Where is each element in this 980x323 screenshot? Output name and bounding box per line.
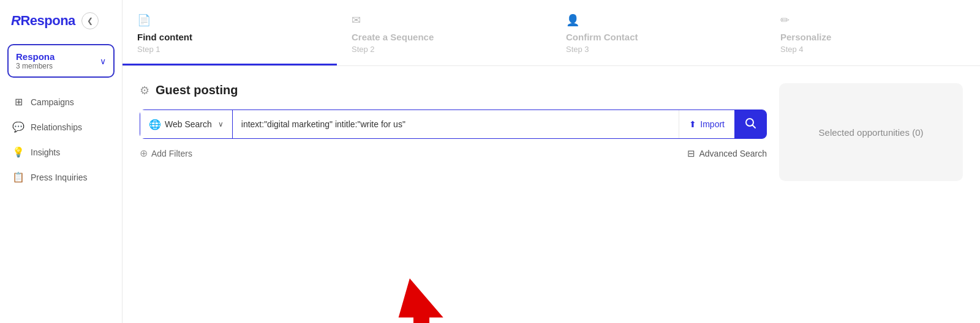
cloud-upload-icon: ⬆: [689, 119, 696, 129]
step-create-sequence-label: Create a Sequence: [352, 32, 537, 42]
search-type-label: Web Search: [165, 119, 212, 129]
search-icon: [744, 117, 756, 132]
plus-circle-icon: ⊕: [140, 147, 148, 159]
sidebar-item-relationships[interactable]: 💬 Relationships: [5, 115, 117, 139]
insights-icon: 💡: [12, 146, 24, 158]
press-inquiries-icon: 📋: [12, 171, 24, 183]
content-wrapper: ⚙ Guest posting 🌐 Web Search ∨ ⬆ Import: [140, 83, 767, 308]
step-find-content-sublabel: Step 1: [137, 45, 322, 54]
workspace-members: 3 members: [16, 62, 55, 70]
step-confirm-contact[interactable]: 👤 Confirm Contact Step 3: [551, 0, 766, 65]
find-content-icon: 📄: [137, 13, 322, 27]
section-title: Guest posting: [156, 83, 238, 97]
step-find-content[interactable]: 📄 Find content Step 1: [123, 0, 337, 65]
search-panel: ⚙ Guest posting 🌐 Web Search ∨ ⬆ Import: [140, 83, 767, 308]
sidebar-item-label-press-inquiries: Press Inquiries: [31, 173, 88, 182]
collapse-sidebar-button[interactable]: ❮: [81, 12, 99, 29]
search-type-dropdown[interactable]: 🌐 Web Search ∨: [140, 110, 233, 138]
workspace-info: Respona 3 members: [16, 51, 55, 70]
import-label: Import: [700, 119, 725, 129]
step-personalize-sublabel: Step 4: [780, 45, 965, 54]
main-content: 📄 Find content Step 1 ✉ Create a Sequenc…: [123, 0, 980, 323]
step-personalize[interactable]: ✏ Personalize Step 4: [766, 0, 980, 65]
search-row: 🌐 Web Search ∨ ⬆ Import: [140, 110, 767, 139]
sidebar: RRespona ❮ Respona 3 members ∨ ⊞ Campaig…: [0, 0, 123, 323]
workspace-name: Respona: [16, 51, 55, 62]
brand-logo: RRespona: [11, 13, 75, 29]
step-personalize-label: Personalize: [780, 32, 965, 42]
steps-header: 📄 Find content Step 1 ✉ Create a Sequenc…: [123, 0, 980, 66]
add-filters-label: Add Filters: [151, 149, 192, 158]
selected-opportunities-label: Selected opportunities (0): [819, 127, 924, 138]
workspace-selector[interactable]: Respona 3 members ∨: [7, 44, 115, 78]
globe-icon: 🌐: [149, 119, 161, 130]
sidebar-item-label-relationships: Relationships: [31, 122, 82, 132]
sliders-icon: ⊟: [687, 148, 695, 159]
right-panel: Selected opportunities (0): [779, 83, 963, 181]
campaigns-icon: ⊞: [12, 96, 24, 108]
logo-row: RRespona ❮: [0, 12, 122, 44]
step-find-content-label: Find content: [137, 32, 322, 42]
import-button[interactable]: ⬆ Import: [679, 110, 734, 138]
section-title-row: ⚙ Guest posting: [140, 83, 767, 97]
confirm-contact-icon: 👤: [566, 13, 751, 27]
sidebar-item-press-inquiries[interactable]: 📋 Press Inquiries: [5, 165, 117, 189]
step-confirm-contact-sublabel: Step 3: [566, 45, 751, 54]
relationships-icon: 💬: [12, 121, 24, 133]
sidebar-item-label-insights: Insights: [31, 147, 60, 157]
sidebar-item-label-campaigns: Campaigns: [31, 97, 74, 107]
sidebar-nav: ⊞ Campaigns 💬 Relationships 💡 Insights 📋…: [0, 90, 122, 189]
brand-logo-text: Respona: [20, 13, 75, 28]
sidebar-item-insights[interactable]: 💡 Insights: [5, 140, 117, 164]
search-type-chevron-icon: ∨: [218, 120, 224, 128]
advanced-search-label: Advanced Search: [699, 149, 767, 158]
content-area: ⚙ Guest posting 🌐 Web Search ∨ ⬆ Import: [123, 66, 980, 323]
step-create-sequence-sublabel: Step 2: [352, 45, 537, 54]
create-sequence-icon: ✉: [352, 13, 537, 27]
sidebar-item-campaigns[interactable]: ⊞ Campaigns: [5, 90, 117, 114]
advanced-search-button[interactable]: ⊟ Advanced Search: [687, 148, 767, 159]
add-filters-button[interactable]: ⊕ Add Filters: [140, 147, 192, 159]
step-confirm-contact-label: Confirm Contact: [566, 32, 751, 42]
brand-logo-r: R: [11, 13, 20, 28]
search-button[interactable]: [734, 110, 766, 138]
personalize-icon: ✏: [780, 13, 965, 27]
filters-row: ⊕ Add Filters ⊟ Advanced Search: [140, 147, 767, 159]
search-input[interactable]: [233, 110, 679, 138]
workspace-chevron-icon: ∨: [100, 56, 106, 66]
svg-line-1: [753, 125, 756, 128]
gear-icon: ⚙: [140, 84, 149, 97]
step-create-sequence[interactable]: ✉ Create a Sequence Step 2: [337, 0, 551, 65]
